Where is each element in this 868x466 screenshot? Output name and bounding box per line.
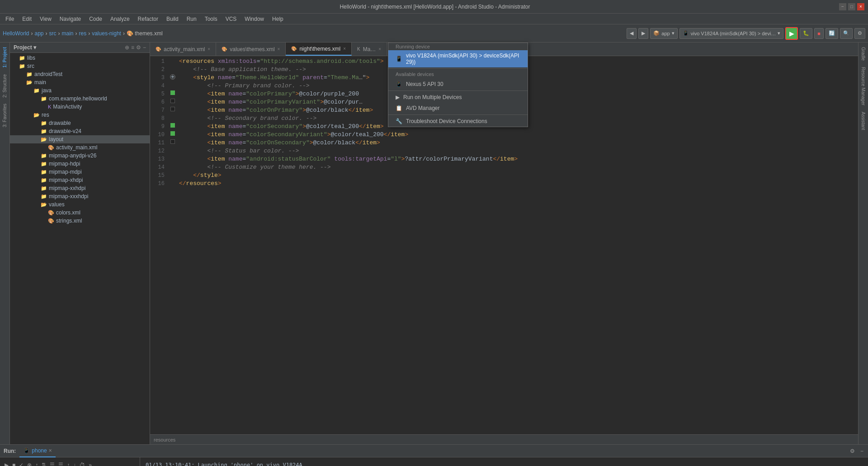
stop2-button[interactable]: ⊗: [26, 461, 33, 466]
menu-item-code[interactable]: Code: [85, 15, 106, 23]
device-selector[interactable]: 📱 vivo V1824A (minSdk(API 30) > devi… ▾: [679, 28, 784, 39]
menu-item-window[interactable]: Window: [241, 15, 268, 23]
menu-item-help[interactable]: Help: [269, 15, 287, 23]
breadcrumb-helloworld[interactable]: HelloWorld: [3, 30, 29, 37]
breadcrumb-res[interactable]: res: [79, 30, 87, 37]
tree-item-main[interactable]: 📂 main: [10, 78, 150, 86]
sync-button[interactable]: 🔄: [826, 28, 838, 39]
sidebar-tab-project[interactable]: 1: Project: [1, 44, 9, 71]
breadcrumb-main[interactable]: main: [62, 30, 74, 37]
expand-button[interactable]: »: [88, 461, 93, 466]
sync-icon[interactable]: ⊕: [125, 44, 129, 51]
close-tab-ma[interactable]: ×: [378, 47, 381, 52]
close-tab-activity-main[interactable]: ×: [208, 47, 210, 52]
menu-item-view[interactable]: View: [36, 15, 55, 23]
tree-item-colors-xml[interactable]: 🎨 colors.xml: [10, 209, 150, 217]
close-button[interactable]: ×: [857, 3, 864, 10]
tree-item-mipmap-xxxhdpi[interactable]: 📁 mipmap-xxxhdpi: [10, 192, 150, 200]
align-right[interactable]: ☰: [57, 461, 64, 466]
check-button[interactable]: ✓: [18, 461, 24, 466]
stop-button[interactable]: ■: [814, 28, 824, 39]
search-button[interactable]: 🔍: [840, 28, 853, 39]
rerun-button[interactable]: ▶: [4, 461, 9, 466]
right-tab-resource-manager[interactable]: Resource Manager: [859, 64, 867, 108]
dropdown-item-vivo-selected[interactable]: 📱 vivo V1824A (minSdk(API 30) > deviceSd…: [388, 50, 528, 67]
project-panel-title: Project ▾: [14, 44, 36, 51]
tree-item-src[interactable]: 📁 src: [10, 62, 150, 70]
close-tab-values-themes[interactable]: ×: [278, 47, 280, 52]
down-button[interactable]: ↓: [72, 461, 77, 466]
tab-ma[interactable]: K Ma… ×: [352, 43, 387, 56]
stop-run-button[interactable]: ■: [11, 461, 16, 466]
dropdown-item-run-multiple[interactable]: ▶ Run on Multiple Devices: [388, 92, 528, 103]
tree-item-res[interactable]: 📂 res: [10, 111, 150, 119]
settings-button[interactable]: ⚙: [854, 28, 865, 39]
code-line-10: 10 <item name="colorSecondaryVariant">@c…: [150, 131, 858, 139]
maximize-button[interactable]: □: [848, 3, 855, 10]
dropdown-item-nexus[interactable]: 📱 Nexus 5 API 30: [388, 79, 528, 90]
tree-item-values[interactable]: 📂 values: [10, 200, 150, 209]
close-run-tab[interactable]: ×: [49, 447, 52, 454]
tree-item-mipmap-mdpi[interactable]: 📁 mipmap-mdpi: [10, 168, 150, 176]
tab-values-themes[interactable]: 🎨 values\themes.xml ×: [216, 43, 286, 56]
menu-item-edit[interactable]: Edit: [19, 15, 35, 23]
app-selector[interactable]: 📦 app ▾: [650, 28, 677, 39]
tab-activity-main[interactable]: 🎨 activity_main.xml ×: [150, 43, 216, 56]
sidebar-tab-favorites[interactable]: 3: Favorites: [1, 101, 9, 130]
menu-item-analyze[interactable]: Analyze: [107, 15, 133, 23]
tree-item-mainactivity[interactable]: K MainActivity: [10, 103, 150, 111]
tree-item-drawable-v24[interactable]: 📁 drawable-v24: [10, 127, 150, 135]
tree-item-mipmap-xhdpi[interactable]: 📁 mipmap-xhdpi: [10, 176, 150, 184]
run-tab-phone[interactable]: 📱 phone ×: [19, 445, 55, 457]
clock-button[interactable]: ⏱: [79, 461, 86, 466]
tree-item-activity-main-xml[interactable]: 🎨 activity_main.xml: [10, 143, 150, 152]
run-panel-minimize[interactable]: −: [859, 447, 864, 455]
tree-item-java[interactable]: 📁 java: [10, 86, 150, 95]
dropdown-separator-2: [388, 90, 528, 91]
breadcrumb-themes[interactable]: 🎨 themes.xml: [127, 30, 163, 37]
tab-night-themes[interactable]: 🎨 night\themes.xml ×: [286, 43, 352, 56]
settings-icon[interactable]: ⚙: [136, 44, 141, 51]
close-tab-night-themes[interactable]: ×: [343, 46, 346, 51]
close-icon[interactable]: −: [143, 44, 146, 51]
run-button[interactable]: ▶: [785, 27, 798, 40]
sidebar-tab-structure[interactable]: 2: Structure: [1, 71, 9, 100]
tree-item-layout[interactable]: 📂 layout: [10, 135, 150, 143]
fold-icon[interactable]: +: [170, 74, 175, 80]
tree-item-strings-xml[interactable]: 🎨 strings.xml: [10, 217, 150, 225]
breadcrumb-values-night[interactable]: values-night: [92, 30, 121, 37]
collapse-icon[interactable]: ≡: [131, 44, 134, 51]
menu-item-navigate[interactable]: Navigate: [56, 15, 85, 23]
tree-item-package[interactable]: 📁 com.example.helloworld: [10, 95, 150, 103]
dropdown-item-troubleshoot[interactable]: 🔧 Troubleshoot Device Connections: [388, 116, 528, 127]
run-panel-header: Run: 📱 phone × ⚙ −: [0, 445, 868, 457]
tree-item-androidtest[interactable]: 📁 androidTest: [10, 70, 150, 78]
menu-item-build[interactable]: Build: [163, 15, 182, 23]
menu-item-vcs[interactable]: VCS: [222, 15, 241, 23]
sort-button[interactable]: ↕: [34, 461, 39, 466]
tree-item-mipmap-xxhdpi[interactable]: 📁 mipmap-xxhdpi: [10, 184, 150, 192]
folder-icon: 📁: [26, 71, 33, 77]
menu-item-file[interactable]: File: [2, 15, 18, 23]
right-tab-gradle[interactable]: Gradle: [859, 44, 867, 63]
tree-item-drawable[interactable]: 📁 drawable: [10, 119, 150, 127]
right-tab-assistant[interactable]: Assistant: [859, 109, 867, 133]
menu-item-refactor[interactable]: Refactor: [134, 15, 162, 23]
menu-item-tools[interactable]: Tools: [201, 15, 221, 23]
run-panel-settings[interactable]: ⚙: [849, 447, 856, 455]
tree-item-mipmap-anydpi[interactable]: 📁 mipmap-anydpi-v26: [10, 152, 150, 160]
tree-item-libs[interactable]: 📁 libs: [10, 54, 150, 62]
tree-item-mipmap-hdpi[interactable]: 📁 mipmap-hdpi: [10, 160, 150, 168]
align-left[interactable]: ☰: [49, 461, 56, 466]
menu-item-run[interactable]: Run: [183, 15, 200, 23]
breadcrumb-app[interactable]: app: [34, 30, 43, 37]
breadcrumb-src[interactable]: src: [49, 30, 57, 37]
up-button[interactable]: ↑: [66, 461, 71, 466]
dropdown-item-avd-manager[interactable]: 📋 AVD Manager: [388, 103, 528, 114]
minimize-button[interactable]: −: [839, 3, 846, 10]
back-button[interactable]: ◀: [627, 28, 637, 39]
sort2-button[interactable]: ⇅: [41, 461, 47, 466]
run-panel-log[interactable]: 01/13 13:10:41: Launching 'phone' on viv…: [140, 457, 868, 466]
debug-button[interactable]: 🐛: [800, 28, 812, 39]
forward-button[interactable]: ▶: [638, 28, 648, 39]
